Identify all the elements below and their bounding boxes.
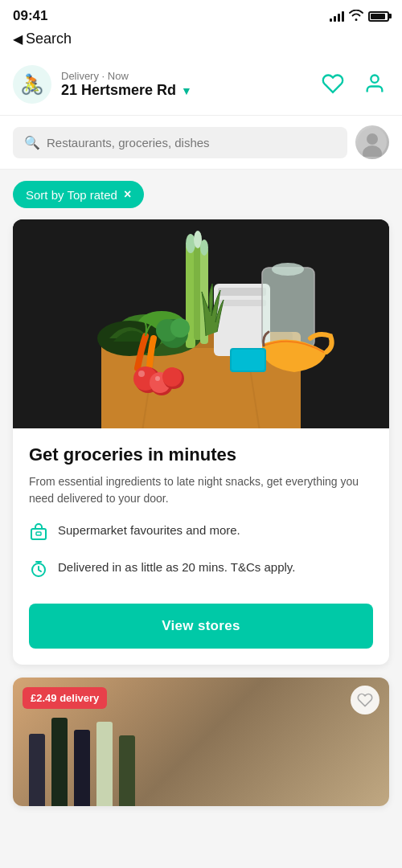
heart-icon [322,72,344,95]
search-input[interactable] [47,136,336,149]
status-bar: 09:41 [0,0,402,27]
svg-point-33 [138,371,145,377]
grocery-illustration [13,219,389,428]
user-icon [363,72,386,95]
bottle-3 [74,730,90,806]
status-time: 09:41 [13,8,47,24]
svg-point-17 [200,240,208,256]
filter-label: Sort by Top rated [26,188,117,202]
status-icons [330,10,389,23]
svg-rect-21 [262,268,314,348]
feature-text-2: Delivered in as little as 20 mins. T&Cs … [58,559,295,575]
svg-point-26 [170,318,190,338]
supermarket-icon [29,522,48,547]
grocery-card-description: From essential ingredients to late night… [29,473,373,507]
svg-rect-38 [36,532,41,535]
filter-close-icon[interactable]: × [124,187,131,202]
svg-point-0 [371,75,378,82]
svg-point-2 [367,133,378,145]
bottle-4 [96,722,113,806]
header-info: Delivery · Now 21 Hertsmere Rd ▼ [61,70,192,99]
view-stores-button[interactable]: View stores [29,604,373,649]
search-section: 🔍 [0,116,402,170]
signal-icon [330,10,344,22]
delivery-price-badge: £2.49 delivery [23,687,107,709]
avatar[interactable] [355,125,389,159]
delivery-icon: 🚴 [13,65,51,104]
address-row[interactable]: 21 Hertsmere Rd ▼ [61,82,192,99]
avatar-image [355,125,389,159]
address-text: 21 Hertsmere Rd [61,82,176,99]
feature-text-1: Supermarket favourites and more. [58,522,240,538]
bottle-5 [119,735,135,806]
favorites-button[interactable] [318,69,347,100]
search-icon: 🔍 [24,135,40,150]
search-bar[interactable]: 🔍 [13,127,347,158]
delivery-label: Delivery · Now [61,70,192,82]
top-rated-filter[interactable]: Sort by Top rated × [13,181,144,208]
svg-rect-20 [218,300,266,306]
address-dropdown-icon: ▼ [181,84,192,97]
svg-rect-36 [232,350,265,371]
svg-point-22 [272,263,304,276]
timer-icon [29,559,48,584]
bottle-1 [29,734,45,806]
profile-button[interactable] [360,69,389,100]
feature-list: Supermarket favourites and more. Deliver… [29,522,373,584]
grocery-card-image [13,219,389,428]
second-card-heart-icon [357,692,373,708]
feature-item-1: Supermarket favourites and more. [29,522,373,547]
second-card-image: £2.49 delivery [13,678,389,806]
svg-point-15 [186,234,195,253]
header-left: 🚴 Delivery · Now 21 Hertsmere Rd ▼ [13,65,192,104]
svg-rect-19 [218,288,266,296]
grocery-card-title: Get groceries in minutes [29,444,373,465]
feature-item-2: Delivered in as little as 20 mins. T&Cs … [29,559,373,584]
grocery-card-content: Get groceries in minutes From essential … [13,428,389,665]
back-arrow-icon: ◀ [13,31,23,47]
header-actions [318,69,389,100]
back-button[interactable]: ◀ Search [13,31,72,47]
nav-bar: ◀ Search [0,27,402,55]
wifi-icon [349,10,363,23]
second-card: £2.49 delivery [13,678,389,806]
back-text: Search [26,31,72,47]
grocery-promo-card: Get groceries in minutes From essential … [13,219,389,665]
bottle-2 [51,718,68,806]
svg-rect-37 [31,529,46,539]
bottles-illustration [29,718,135,806]
battery-icon [368,11,389,22]
header: 🚴 Delivery · Now 21 Hertsmere Rd ▼ [0,55,402,116]
second-card-favorite-button[interactable] [351,686,379,714]
svg-point-32 [162,367,182,387]
svg-point-34 [155,376,160,381]
filter-bar: Sort by Top rated × [0,170,402,219]
